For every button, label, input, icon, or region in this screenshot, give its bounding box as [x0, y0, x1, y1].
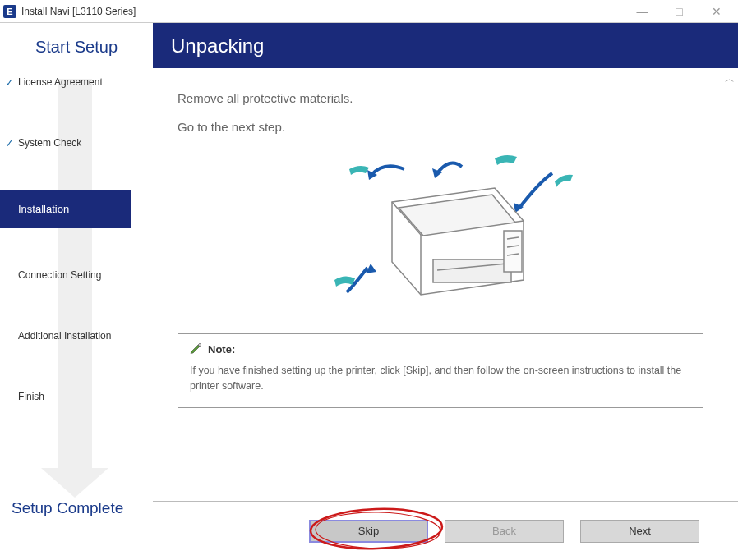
- window-controls: — □ ✕: [624, 0, 735, 23]
- note-label: Note:: [208, 343, 235, 356]
- step-label: Installation: [18, 203, 69, 215]
- minimize-button[interactable]: —: [624, 0, 661, 23]
- page-title: Unpacking: [171, 34, 264, 57]
- step-label: System Check: [18, 137, 81, 149]
- header-bar: Unpacking: [153, 23, 738, 68]
- step-installation-active: Installation: [0, 190, 131, 228]
- window-title: Install Navi [L3110 Series]: [21, 6, 624, 17]
- bottom-button-bar: Skip Back Next: [153, 501, 738, 560]
- note-text: If you have finished setting up the prin…: [190, 363, 691, 394]
- instruction-line-1: Remove all protective materials.: [178, 91, 713, 105]
- step-additional: Additional Installation: [0, 322, 153, 350]
- skip-button[interactable]: Skip: [309, 520, 428, 543]
- step-connection: Connection Setting: [0, 261, 153, 289]
- note-header: Note:: [190, 342, 691, 356]
- step-system-check: ✓ System Check: [0, 129, 153, 157]
- step-label: Finish: [18, 391, 44, 402]
- check-icon: ✓: [5, 76, 14, 89]
- step-label: Additional Installation: [18, 330, 111, 342]
- content-area: Unpacking ︿ Remove all protective materi…: [153, 23, 738, 499]
- sidebar: Start Setup ✓ License Agreement ✓ System…: [0, 23, 153, 499]
- back-button: Back: [445, 520, 564, 543]
- start-setup-label: Start Setup: [0, 31, 153, 68]
- note-box: Note: If you have finished setting up th…: [178, 333, 703, 408]
- printer-unpacking-image: [178, 149, 713, 315]
- svg-rect-6: [504, 231, 522, 272]
- next-button[interactable]: Next: [580, 520, 699, 543]
- progress-arrow-head: [41, 468, 108, 498]
- setup-complete-label: Setup Complete: [12, 499, 123, 517]
- step-label: License Agreement: [18, 76, 103, 88]
- close-button[interactable]: ✕: [698, 0, 735, 23]
- step-label: Connection Setting: [18, 269, 101, 281]
- titlebar: E Install Navi [L3110 Series] — □ ✕: [0, 0, 738, 23]
- svg-rect-4: [433, 259, 511, 282]
- step-finish: Finish: [0, 383, 153, 411]
- maximize-button: □: [661, 0, 698, 23]
- pencil-icon: [190, 342, 203, 356]
- step-license: ✓ License Agreement: [0, 68, 153, 96]
- check-icon: ✓: [5, 137, 14, 149]
- instruction-line-2: Go to the next step.: [178, 120, 713, 134]
- app-icon: E: [3, 5, 16, 18]
